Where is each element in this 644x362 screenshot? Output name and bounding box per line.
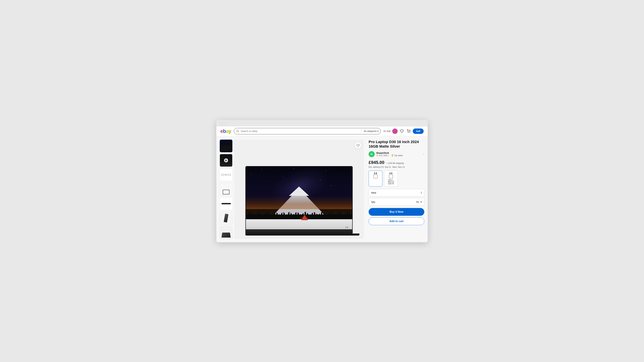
sell-button[interactable]: Sell (413, 128, 424, 134)
seller-avatar: D (368, 151, 375, 157)
star-icon: ★ (376, 154, 378, 157)
tent-body (301, 215, 308, 220)
main-image-area: LG (234, 140, 364, 239)
port-icon-left (221, 174, 224, 176)
laptop-angled-icon (224, 214, 228, 222)
seller-arrow-icon: › (423, 152, 424, 156)
top-rated-badge: 🏆 Top rated (391, 154, 402, 157)
prong-left (374, 172, 375, 174)
port-icon-right (228, 174, 231, 176)
wishlist-button[interactable] (355, 142, 361, 148)
minimize-traffic-light[interactable] (222, 122, 224, 124)
seller-name: DreamTech (376, 152, 422, 154)
plug-prongs-usbpd (390, 172, 392, 174)
categories-label: All categories (364, 130, 377, 132)
logo-y: y (228, 128, 231, 134)
nav-actions: Hi, Kat! Sell (384, 128, 424, 134)
logo-a: a (226, 128, 228, 134)
search-divider (361, 129, 361, 133)
qty-selector[interactable]: Qty: 01 ▾ (368, 198, 424, 206)
thumbnail-3[interactable]: ↻ (220, 168, 232, 181)
horizon-glow (246, 196, 352, 209)
svg-point-0 (237, 130, 238, 132)
thumbnail-sidebar: ↻ (220, 140, 234, 239)
charger-usbpd-label: 900.9 - 999.0 W USB PD (386, 179, 396, 185)
seller-row[interactable]: D DreamTech ★ 4.9 (518) · 🏆 Top rated (368, 151, 424, 157)
laptop-open-icon (223, 190, 230, 194)
svg-line-1 (238, 132, 239, 132)
ebay-logo[interactable]: ebay (220, 128, 231, 134)
browser-window: ebay All categories ▾ Hi, Kat! (216, 120, 428, 242)
close-traffic-light[interactable] (219, 122, 221, 124)
prong-right (376, 172, 377, 174)
avatar[interactable] (392, 128, 398, 134)
qty-value: 01 ▾ (416, 200, 422, 204)
seller-info: DreamTech ★ 4.9 (518) · 🏆 Top rated (376, 152, 422, 157)
info-icon: ℹ (421, 191, 422, 194)
refresh-icon: ↻ (225, 174, 227, 176)
search-input[interactable] (241, 130, 361, 132)
laptop-closed-icon (222, 203, 231, 204)
svg-point-2 (408, 132, 408, 133)
condition-selector[interactable]: New ℹ (368, 189, 424, 196)
thumbnail-2[interactable] (220, 154, 232, 167)
navbar: ebay All categories ▾ Hi, Kat! (216, 126, 428, 136)
play-icon (224, 158, 228, 162)
plug-prongs (374, 172, 377, 174)
thumbnail-6[interactable] (220, 212, 232, 224)
delivery-info: Est. delivery Fri, Nov 8 - Mon, Nov 11 (368, 166, 424, 168)
logo-e: e (220, 128, 223, 134)
prong-usbpd-left (390, 172, 390, 174)
thumbnail-1[interactable] (220, 140, 232, 152)
qty-number: 01 (416, 200, 419, 203)
top-rated-label: Top rated (394, 154, 402, 157)
add-to-cart-button[interactable]: Add to cart (368, 218, 424, 225)
maximize-traffic-light[interactable] (226, 122, 228, 124)
search-icon (234, 130, 241, 132)
thumbnail-4[interactable] (220, 183, 232, 196)
laptop-scene: LG (234, 140, 364, 239)
charger-options: 900.9 - 999.0 W USB PD (368, 170, 424, 186)
wishlist-icon-button[interactable] (399, 129, 404, 134)
laptop-outer: LG (245, 166, 353, 236)
logo-b: b (223, 128, 226, 134)
condition-label: New (371, 191, 376, 194)
tent (301, 215, 308, 220)
svg-point-3 (410, 132, 410, 133)
buy-now-button[interactable]: Buy it Now (368, 208, 424, 216)
charger-option-standard[interactable] (368, 170, 382, 186)
seller-rating: 4.9 (379, 154, 382, 157)
thumbnail-5[interactable] (220, 197, 232, 210)
laptop-brand-label: LG (346, 226, 348, 228)
product-info: Pro Laptop D30 16 inch 2024 16GB Matte S… (364, 140, 424, 239)
search-bar[interactable]: All categories ▾ (234, 128, 381, 134)
medal-icon: 🏆 (391, 154, 394, 156)
qty-label: Qty: (371, 200, 376, 203)
thumbnail-7[interactable] (220, 226, 232, 239)
traffic-lights (219, 122, 228, 124)
plug-body-usbpd (389, 175, 393, 178)
browser-chrome (216, 120, 428, 126)
seller-meta: ★ 4.9 (518) · 🏆 Top rated (376, 154, 422, 157)
nav-greeting: Hi, Kat! (384, 130, 390, 132)
plug-icon-usbpd (388, 172, 393, 178)
product-price: £945.00 (368, 160, 384, 165)
laptop-base (245, 230, 353, 234)
main-content: ↻ (216, 136, 428, 242)
plug-body (374, 175, 378, 178)
seller-reviews: 518 (384, 154, 387, 157)
shipping-info: + £26.96 shipping (386, 162, 404, 164)
prong-usbpd-right (392, 172, 392, 174)
laptop-screen: LG (245, 166, 353, 230)
laptop-foot (245, 234, 360, 236)
charger-option-usbpd[interactable]: 900.9 - 999.0 W USB PD (384, 170, 398, 186)
price-row: £945.00 + £26.96 shipping (368, 160, 424, 165)
categories-chevron-icon: ▾ (377, 130, 378, 132)
categories-button[interactable]: All categories ▾ (362, 130, 380, 132)
qty-chevron-icon: ▾ (420, 200, 422, 204)
laptop-top-icon (222, 232, 231, 238)
plug-icon-standard (373, 172, 378, 178)
product-title: Pro Laptop D30 16 inch 2024 16GB Matte S… (368, 140, 424, 149)
cart-icon-button[interactable] (406, 129, 411, 134)
snow-cap (289, 186, 309, 196)
